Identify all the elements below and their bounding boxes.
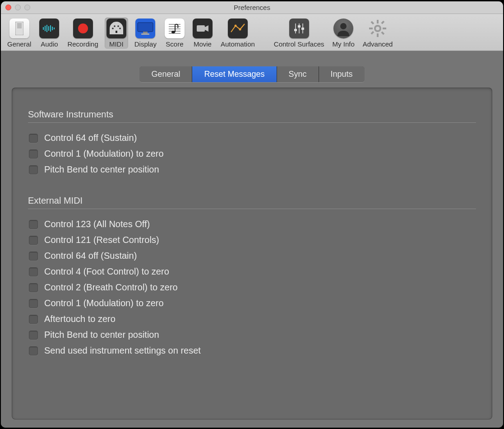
group-title-software-instruments: Software Instruments xyxy=(28,109,476,120)
toolbar-movie[interactable]: Movie xyxy=(191,18,214,49)
checkbox[interactable] xyxy=(29,252,38,261)
toolbar-label: MIDI xyxy=(109,40,124,48)
toolbar-automation[interactable]: Automation xyxy=(219,18,257,49)
svg-rect-24 xyxy=(175,24,176,32)
svg-rect-43 xyxy=(371,31,375,35)
toolbar-general[interactable]: General xyxy=(5,18,33,49)
svg-rect-33 xyxy=(301,28,304,30)
option-row: Aftertouch to zero xyxy=(28,314,476,324)
toolbar-label: Display xyxy=(134,40,157,48)
checkbox[interactable] xyxy=(29,299,38,308)
option-row: Control 2 (Breath Control) to zero xyxy=(28,282,476,293)
toolbar-advanced[interactable]: Advanced xyxy=(361,18,395,49)
option-label: Control 64 off (Sustain) xyxy=(44,251,137,261)
svg-rect-36 xyxy=(377,20,379,23)
toolbar-label: Movie xyxy=(194,40,212,48)
option-label: Pitch Bend to center position xyxy=(44,164,159,175)
checkbox[interactable] xyxy=(29,165,38,174)
option-row: Control 1 (Modulation) to zero xyxy=(28,298,476,308)
toolbar-my-info[interactable]: My Info xyxy=(331,18,356,49)
checkbox[interactable] xyxy=(29,149,38,159)
switch-icon xyxy=(9,19,29,38)
svg-rect-41 xyxy=(381,31,385,35)
close-window-button[interactable] xyxy=(5,5,11,10)
svg-point-44 xyxy=(376,27,379,30)
svg-point-11 xyxy=(114,25,116,27)
svg-point-9 xyxy=(78,23,88,33)
tab-general[interactable]: General xyxy=(139,66,192,82)
option-label: Control 2 (Breath Control) to zero xyxy=(44,282,178,293)
checkbox[interactable] xyxy=(29,236,38,245)
option-row: Control 4 (Foot Control) to zero xyxy=(28,266,476,277)
toolbar-label: Recording xyxy=(67,40,98,48)
svg-rect-39 xyxy=(383,28,386,29)
toolbar-label: Audio xyxy=(41,40,58,48)
svg-rect-38 xyxy=(369,28,373,29)
movie-camera-icon xyxy=(193,19,213,38)
toolbar-midi[interactable]: MIDI xyxy=(105,18,128,49)
midi-subtabs: General Reset Messages Sync Inputs xyxy=(139,66,364,82)
option-label: Control 121 (Reset Controls) xyxy=(44,235,159,245)
toolbar-label: Advanced xyxy=(363,40,393,48)
zoom-window-button[interactable] xyxy=(24,5,30,10)
svg-rect-14 xyxy=(116,31,117,33)
titlebar: Preferences xyxy=(1,1,503,14)
option-row: Control 64 off (Sustain) xyxy=(28,251,476,261)
divider xyxy=(28,122,476,123)
option-row: Control 123 (All Notes Off) xyxy=(28,219,476,229)
window-controls xyxy=(5,5,30,10)
svg-rect-1 xyxy=(17,23,22,28)
checkbox[interactable] xyxy=(29,134,38,143)
display-icon xyxy=(135,19,155,38)
toolbar-score[interactable]: Score xyxy=(163,18,186,49)
midi-port-icon xyxy=(106,19,126,38)
minimize-window-button[interactable] xyxy=(15,5,21,10)
svg-point-23 xyxy=(171,31,175,33)
toolbar-label: Score xyxy=(166,40,183,48)
toolbar-label: My Info xyxy=(333,40,355,48)
svg-point-34 xyxy=(340,23,347,29)
svg-rect-37 xyxy=(377,33,379,37)
option-row: Control 121 (Reset Controls) xyxy=(28,235,476,245)
toolbar-audio[interactable]: Audio xyxy=(37,18,61,49)
toolbar-control-surfaces[interactable]: Control Surfaces xyxy=(272,18,326,49)
checkbox[interactable] xyxy=(29,220,38,229)
toolbar-recording[interactable]: Recording xyxy=(65,18,100,49)
checkbox[interactable] xyxy=(29,331,38,340)
option-row: Send used instrument settings on reset xyxy=(28,345,476,356)
svg-point-10 xyxy=(112,28,114,29)
waveform-icon xyxy=(39,19,59,38)
svg-rect-32 xyxy=(298,25,301,28)
content-area: General Reset Messages Sync Inputs Softw… xyxy=(1,51,503,428)
checkbox[interactable] xyxy=(29,346,38,355)
option-label: Control 64 off (Sustain) xyxy=(44,133,137,143)
automation-curve-icon xyxy=(228,19,248,38)
checkbox[interactable] xyxy=(29,315,38,324)
preferences-window: Preferences General Audio Recording MIDI xyxy=(1,1,503,428)
toolbar-label: General xyxy=(7,40,31,48)
option-row: Control 64 off (Sustain) xyxy=(28,133,476,143)
svg-point-27 xyxy=(239,28,241,31)
svg-rect-15 xyxy=(138,23,153,32)
tab-reset-messages[interactable]: Reset Messages xyxy=(192,66,277,82)
svg-rect-40 xyxy=(371,21,375,24)
checkbox[interactable] xyxy=(29,283,38,292)
svg-rect-17 xyxy=(141,33,149,35)
music-note-icon xyxy=(165,19,185,38)
option-label: Control 4 (Foot Control) to zero xyxy=(44,266,169,277)
tab-inputs[interactable]: Inputs xyxy=(319,66,365,82)
svg-point-26 xyxy=(234,25,236,27)
tab-sync[interactable]: Sync xyxy=(277,66,319,82)
svg-rect-42 xyxy=(381,21,385,24)
toolbar-display[interactable]: Display xyxy=(133,18,158,49)
option-label: Control 1 (Modulation) to zero xyxy=(44,149,164,159)
checkbox[interactable] xyxy=(29,267,38,276)
option-label: Control 1 (Modulation) to zero xyxy=(44,298,164,308)
record-icon xyxy=(73,19,93,38)
divider xyxy=(28,209,476,209)
toolbar-label: Control Surfaces xyxy=(274,40,324,48)
group-title-external-midi: External MIDI xyxy=(28,196,476,206)
settings-panel: Software Instruments Control 64 off (Sus… xyxy=(12,88,492,420)
option-label: Pitch Bend to center position xyxy=(44,330,159,340)
user-silhouette-icon xyxy=(333,19,353,38)
